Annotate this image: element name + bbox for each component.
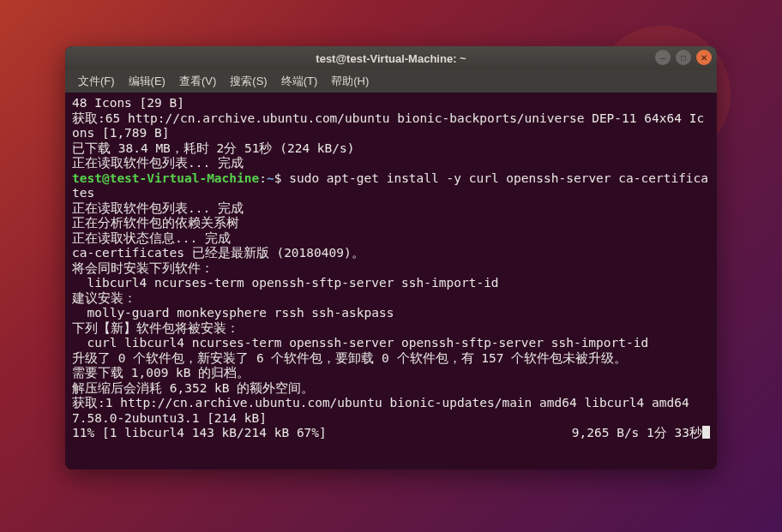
- output-line: 48 Icons [29 B]: [72, 96, 710, 111]
- titlebar[interactable]: test@test-Virtual-Machine: ~ – □ ✕: [65, 46, 717, 70]
- prompt-dollar: $: [274, 171, 289, 185]
- output-line: 正在分析软件包的依赖关系树: [72, 216, 710, 231]
- menu-help[interactable]: 帮助(H): [325, 72, 375, 91]
- output-line: 需要下载 1,009 kB 的归档。: [72, 366, 710, 381]
- progress-rate: 9,265 B/s 1分 33秒: [572, 426, 702, 439]
- output-line: 升级了 0 个软件包，新安装了 6 个软件包，要卸载 0 个软件包，有 157 …: [72, 351, 710, 367]
- window-controls: – □ ✕: [655, 50, 712, 65]
- output-line: ca-certificates 已经是最新版 (20180409)。: [72, 246, 710, 261]
- prompt-user-host: test@test-Virtual-Machine: [72, 171, 259, 185]
- menu-file[interactable]: 文件(F): [72, 72, 121, 91]
- cursor-block-icon: [702, 426, 710, 439]
- progress-text: 11% [1 libcurl4 143 kB/214 kB 67%]: [72, 426, 327, 439]
- terminal-viewport[interactable]: 48 Icons [29 B]获取:65 http://cn.archive.u…: [65, 93, 717, 469]
- output-line: 已下载 38.4 MB，耗时 2分 51秒 (224 kB/s): [72, 141, 710, 157]
- output-line: 下列【新】软件包将被安装：: [72, 321, 710, 337]
- menubar: 文件(F) 编辑(E) 查看(V) 搜索(S) 终端(T) 帮助(H): [65, 70, 717, 93]
- output-line: 正在读取软件包列表... 完成: [72, 156, 710, 171]
- menu-terminal[interactable]: 终端(T): [275, 72, 324, 91]
- close-button[interactable]: ✕: [696, 50, 712, 65]
- output-line: libcurl4 ncurses-term openssh-sftp-serve…: [72, 276, 710, 291]
- output-line: 将会同时安装下列软件：: [72, 261, 710, 277]
- output-line: 正在读取软件包列表... 完成: [72, 201, 710, 217]
- output-line: 获取:1 http://cn.archive.ubuntu.com/ubuntu…: [72, 396, 710, 426]
- output-line: 获取:65 http://cn.archive.ubuntu.com/ubunt…: [72, 111, 710, 141]
- maximize-button[interactable]: □: [676, 50, 691, 65]
- prompt-line: test@test-Virtual-Machine:~$ sudo apt-ge…: [72, 171, 710, 201]
- output-line: curl libcurl4 ncurses-term openssh-serve…: [72, 336, 710, 351]
- output-line: molly-guard monkeysphere rssh ssh-askpas…: [72, 306, 710, 321]
- terminal-window: test@test-Virtual-Machine: ~ – □ ✕ 文件(F)…: [65, 46, 717, 469]
- prompt-separator: :: [259, 171, 267, 185]
- minimize-button[interactable]: –: [655, 50, 671, 65]
- window-title: test@test-Virtual-Machine: ~: [65, 52, 717, 65]
- progress-line: 11% [1 libcurl4 143 kB/214 kB 67%]9,265 …: [72, 426, 710, 441]
- menu-search[interactable]: 搜索(S): [224, 72, 273, 91]
- prompt-path: ~: [267, 171, 274, 185]
- menu-edit[interactable]: 编辑(E): [123, 72, 171, 91]
- output-line: 建议安装：: [72, 291, 710, 307]
- menu-view[interactable]: 查看(V): [173, 72, 222, 91]
- output-line: 解压缩后会消耗 6,352 kB 的额外空间。: [72, 381, 710, 397]
- output-line: 正在读取状态信息... 完成: [72, 231, 710, 247]
